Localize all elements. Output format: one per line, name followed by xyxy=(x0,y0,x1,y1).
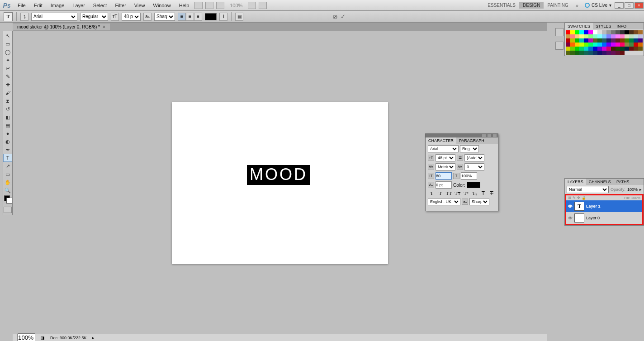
char-font-select[interactable]: Arial xyxy=(428,145,459,152)
swatch[interactable] xyxy=(638,43,643,47)
swatch[interactable] xyxy=(606,30,611,34)
swatch[interactable] xyxy=(616,38,620,43)
swatch[interactable] xyxy=(570,34,575,38)
swatch[interactable] xyxy=(606,38,611,43)
swatch[interactable] xyxy=(588,51,593,55)
tab-layers[interactable]: LAYERS xyxy=(565,179,586,185)
swatch[interactable] xyxy=(611,47,616,51)
tab-info[interactable]: INFO xyxy=(614,23,630,29)
swatch[interactable] xyxy=(625,47,629,51)
swatch[interactable] xyxy=(588,43,593,47)
swatch[interactable] xyxy=(566,30,570,34)
swatch[interactable] xyxy=(638,38,643,43)
swatch[interactable] xyxy=(625,30,629,34)
quickmask-icon[interactable] xyxy=(4,207,12,213)
brightness-icon[interactable] xyxy=(194,2,203,9)
swatch[interactable] xyxy=(606,43,611,47)
eraser-tool[interactable]: ◧ xyxy=(3,113,12,121)
swatch[interactable] xyxy=(629,30,634,34)
char-leading-select[interactable]: (Auto) xyxy=(464,154,484,161)
blend-mode-select[interactable]: Normal xyxy=(567,186,609,193)
zoom-input[interactable] xyxy=(17,333,35,341)
swatch[interactable] xyxy=(593,30,597,34)
cancel-button[interactable]: ⊘ xyxy=(332,13,338,20)
swatch[interactable] xyxy=(620,30,625,34)
path-tool[interactable]: ↗ xyxy=(3,162,12,170)
swatch[interactable] xyxy=(638,47,643,51)
fill-value[interactable]: 100% xyxy=(631,196,640,200)
char-size-select[interactable]: 48 pt xyxy=(436,154,455,161)
swatch[interactable] xyxy=(606,47,611,51)
char-style-btn-1[interactable]: T xyxy=(437,190,444,196)
stamp-tool[interactable]: ⧗ xyxy=(3,97,12,105)
screen-mode-icon[interactable] xyxy=(216,2,224,9)
tab-character[interactable]: CHARACTER xyxy=(426,137,456,144)
swatch[interactable] xyxy=(566,47,570,51)
char-style-btn-5[interactable]: Tₛ xyxy=(472,190,478,196)
document-tab[interactable]: mood sticker @ 100% (Layer 0, RGB/8) * × xyxy=(13,24,110,30)
blur-tool[interactable]: ● xyxy=(3,129,12,137)
heal-tool[interactable]: ✚ xyxy=(3,81,12,89)
char-kerning-select[interactable]: Metrics xyxy=(436,163,455,170)
layer-row[interactable]: 👁TLayer 1 xyxy=(566,200,642,212)
pen-tool[interactable]: ✒ xyxy=(3,146,12,154)
close-tab-icon[interactable]: × xyxy=(103,24,105,29)
swatch[interactable] xyxy=(611,38,616,43)
menu-layer[interactable]: Layer xyxy=(68,3,89,8)
mb-icon[interactable] xyxy=(205,2,213,9)
swatch[interactable] xyxy=(611,30,616,34)
marquee-tool[interactable]: ▭ xyxy=(3,40,12,48)
char-style-btn-7[interactable]: T̶ xyxy=(489,190,495,196)
wand-tool[interactable]: ✦ xyxy=(3,56,12,64)
swatch[interactable] xyxy=(570,47,575,51)
swatch[interactable] xyxy=(634,34,638,38)
hand-tool[interactable]: ✋ xyxy=(3,178,12,186)
swatch[interactable] xyxy=(566,51,570,55)
swatch[interactable] xyxy=(616,47,620,51)
swatch[interactable] xyxy=(620,47,625,51)
char-style-btn-0[interactable]: T xyxy=(429,190,435,196)
text-object[interactable]: MOOD xyxy=(247,165,310,185)
swatch[interactable] xyxy=(620,38,625,43)
menu-window[interactable]: Window xyxy=(149,3,175,8)
swatch[interactable] xyxy=(606,51,611,55)
swatch[interactable] xyxy=(616,34,620,38)
swatch[interactable] xyxy=(584,38,588,43)
swatch[interactable] xyxy=(575,38,579,43)
align-right-button[interactable]: ≡ xyxy=(194,13,202,21)
swatch[interactable] xyxy=(597,38,602,43)
workspace-essentials[interactable]: ESSENTIALS xyxy=(484,2,519,9)
swatch[interactable] xyxy=(593,43,597,47)
arrange-icon[interactable] xyxy=(248,2,256,9)
swatch[interactable] xyxy=(566,34,570,38)
swatch[interactable] xyxy=(588,38,593,43)
swatch[interactable] xyxy=(638,34,643,38)
swatch[interactable] xyxy=(584,43,588,47)
zoom-tool[interactable]: 🔍 xyxy=(3,186,12,194)
swatch[interactable] xyxy=(629,47,634,51)
swatch[interactable] xyxy=(616,30,620,34)
layer-row[interactable]: 👁Layer 0 xyxy=(566,212,642,224)
swatch[interactable] xyxy=(616,43,620,47)
expand-icon[interactable]: ◨ xyxy=(41,336,45,340)
font-style-select[interactable]: Regular xyxy=(80,13,108,21)
gradient-tool[interactable]: ▤ xyxy=(3,121,12,129)
char-baseline-input[interactable] xyxy=(436,181,452,189)
crop-tool[interactable]: ✂ xyxy=(3,64,12,72)
char-tracking-select[interactable]: 0 xyxy=(464,163,484,170)
char-vscale-input[interactable] xyxy=(436,172,452,180)
char-panel-button[interactable]: ▤ xyxy=(235,13,243,21)
swatch[interactable] xyxy=(579,43,584,47)
char-style-btn-3[interactable]: Tᴛ xyxy=(455,190,461,196)
swatch[interactable] xyxy=(570,43,575,47)
char-style-btn-4[interactable]: Tˢ xyxy=(463,190,469,196)
swatch[interactable] xyxy=(584,34,588,38)
menu-file[interactable]: File xyxy=(14,3,30,8)
brush-tool[interactable]: 🖌 xyxy=(3,89,12,97)
swatch[interactable] xyxy=(611,51,616,55)
panel-titlebar[interactable] xyxy=(426,134,498,137)
opacity-value[interactable]: 100% xyxy=(627,187,638,192)
swatch[interactable] xyxy=(588,30,593,34)
char-style-select[interactable]: Reg... xyxy=(460,145,479,152)
workspace-painting[interactable]: PAINTING xyxy=(544,2,572,9)
